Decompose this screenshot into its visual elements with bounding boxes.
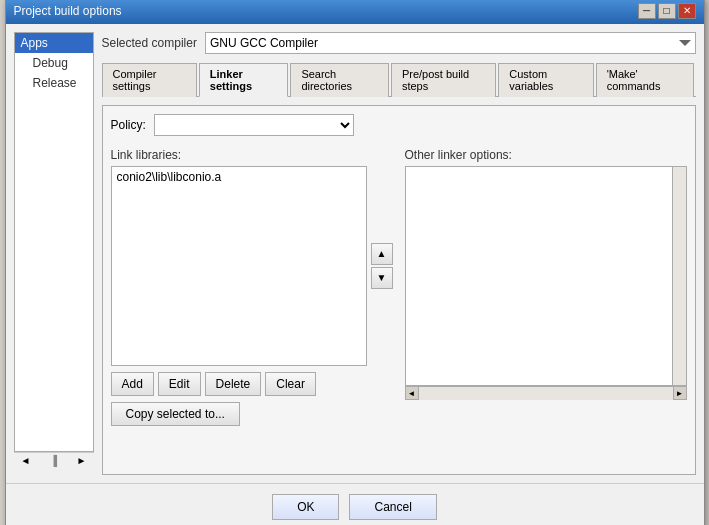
list-item: conio2\lib\libconio.a [114,169,364,185]
other-linker-hscrollbar[interactable]: ◄ ► [405,386,687,400]
policy-label: Policy: [111,118,146,132]
window-body: Apps Debug Release ◄ ▐ ► Selected compil… [6,24,704,483]
copy-selected-button[interactable]: Copy selected to... [111,402,240,426]
clear-button[interactable]: Clear [265,372,316,396]
scroll-left-arrow[interactable]: ◄ [405,386,419,400]
library-buttons-row: Add Edit Delete Clear [111,372,393,396]
tabs-bar: Compiler settings Linker settings Search… [102,62,696,97]
sidebar-scroll-bar: ◄ ▐ ► [14,452,94,468]
scroll-right-arrow[interactable]: ► [673,386,687,400]
tab-search-directories[interactable]: Search directories [290,63,389,97]
window-title: Project build options [14,4,122,18]
other-linker-section: Other linker options: ◄ ► [405,148,687,426]
compiler-select[interactable]: GNU GCC Compiler [205,32,696,54]
titlebar: Project build options ─ □ ✕ [6,0,704,24]
copy-row: Copy selected to... [111,402,393,426]
compiler-label: Selected compiler [102,36,197,50]
tab-make-commands[interactable]: 'Make' commands [596,63,694,97]
compiler-row: Selected compiler GNU GCC Compiler [102,32,696,54]
other-linker-box[interactable] [405,166,687,386]
main-window: Project build options ─ □ ✕ Apps Debug R… [5,0,705,525]
link-libraries-list[interactable]: conio2\lib\libconio.a [111,166,367,366]
sidebar: Apps Debug Release [14,32,94,452]
add-button[interactable]: Add [111,372,154,396]
close-button[interactable]: ✕ [678,3,696,19]
move-buttons: ▲ ▼ [371,243,393,289]
footer: OK Cancel [6,483,704,526]
delete-button[interactable]: Delete [205,372,262,396]
minimize-button[interactable]: ─ [638,3,656,19]
content-area: Selected compiler GNU GCC Compiler Compi… [102,32,696,475]
linker-panel: Policy: Link libraries: conio2\lib\libco… [102,105,696,475]
sidebar-scroll-middle: ▐ [50,455,57,466]
policy-select[interactable] [154,114,354,136]
sidebar-item-debug[interactable]: Debug [15,53,93,73]
maximize-button[interactable]: □ [658,3,676,19]
tab-custom-variables[interactable]: Custom variables [498,63,593,97]
sidebar-item-apps[interactable]: Apps [15,33,93,53]
edit-button[interactable]: Edit [158,372,201,396]
sidebar-item-release[interactable]: Release [15,73,93,93]
tab-pre-post-build[interactable]: Pre/post build steps [391,63,496,97]
tab-linker-settings[interactable]: Linker settings [199,63,289,97]
other-linker-vscrollbar[interactable] [672,167,686,385]
window-controls: ─ □ ✕ [638,3,696,19]
ok-button[interactable]: OK [272,494,339,520]
link-libs-area: conio2\lib\libconio.a ▲ ▼ [111,166,393,366]
link-libraries-label: Link libraries: [111,148,393,162]
sidebar-scroll-left[interactable]: ◄ [18,455,34,466]
sidebar-scroll-right[interactable]: ► [74,455,90,466]
other-linker-label: Other linker options: [405,148,687,162]
move-up-button[interactable]: ▲ [371,243,393,265]
cancel-button[interactable]: Cancel [349,494,436,520]
link-libraries-section: Link libraries: conio2\lib\libconio.a ▲ … [111,148,393,426]
policy-row: Policy: [111,114,687,136]
move-down-button[interactable]: ▼ [371,267,393,289]
tab-compiler-settings[interactable]: Compiler settings [102,63,197,97]
two-col-layout: Link libraries: conio2\lib\libconio.a ▲ … [111,148,687,426]
